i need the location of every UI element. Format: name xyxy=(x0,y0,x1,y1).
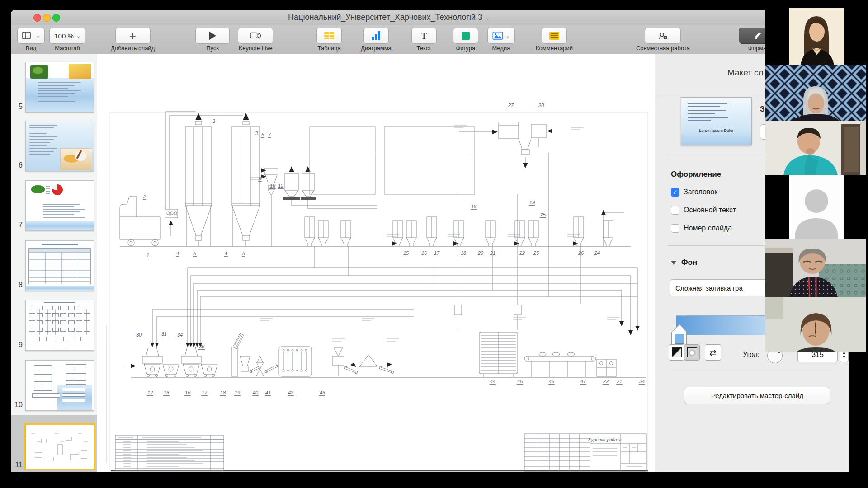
process-zone-2 xyxy=(384,127,475,194)
checkbox-unchecked[interactable] xyxy=(671,224,679,233)
slide-thumbnail-8[interactable] xyxy=(25,240,94,291)
slide-thumbnail-9[interactable] xyxy=(25,300,94,351)
scale-hopper xyxy=(332,348,344,376)
disclosure-triangle-icon[interactable] xyxy=(671,261,676,265)
webcam-participant-3[interactable] xyxy=(765,121,866,175)
slide-thumbnail-11[interactable] xyxy=(25,425,94,469)
toolbar-view[interactable]: ⌄ Вид xyxy=(17,25,45,54)
fermentation-tanks xyxy=(459,122,624,297)
slide-thumbnail-7[interactable] xyxy=(25,180,94,231)
toolbar-zoom[interactable]: 100 %⌄ Масштаб xyxy=(49,25,85,54)
edit-master-slide-button[interactable]: Редактировать мастер-слайд xyxy=(684,387,830,404)
receiving-panel xyxy=(165,209,178,236)
linear-gradient-button[interactable] xyxy=(669,344,684,361)
table-icon xyxy=(324,32,335,40)
title-block-title: Курсова робота xyxy=(588,437,622,442)
slide-number: 8 xyxy=(11,281,23,289)
play-icon xyxy=(209,32,216,40)
radial-gradient-button[interactable] xyxy=(684,344,700,361)
checkbox-label: Номер слайда xyxy=(684,224,732,232)
slide-navigator: 567891011 xyxy=(11,54,98,472)
webcam-participant-5[interactable] xyxy=(765,239,866,297)
toolbar-collaborate[interactable]: Совместная работа xyxy=(636,25,690,54)
webcam-participant-1[interactable] xyxy=(765,8,866,65)
text-icon: T xyxy=(421,30,427,42)
slide-number: 10 xyxy=(11,401,23,409)
chart-icon xyxy=(372,31,381,40)
gradient-color-handle[interactable] xyxy=(671,328,687,346)
flour-truck xyxy=(120,196,160,246)
intermediate-bins xyxy=(283,166,377,209)
slide-number: 6 xyxy=(11,161,23,169)
navigator-slide-row: 8 xyxy=(11,240,97,290)
cooling-conveyor xyxy=(524,352,596,377)
packing-machine xyxy=(597,359,616,376)
webcam-participant-2[interactable] xyxy=(765,65,866,121)
cone-divider xyxy=(344,355,394,374)
toolbar-shape[interactable]: Фигура xyxy=(453,25,478,54)
process-flow-diagram: Курсова робота xyxy=(97,54,655,472)
shape-icon xyxy=(462,32,470,40)
slide-number: 7 xyxy=(11,221,23,229)
checkbox-label: Заголовок xyxy=(684,188,717,196)
navigator-slide-row: 6 xyxy=(11,121,97,170)
navigator-slide-row: 5 xyxy=(11,62,97,112)
view-icon xyxy=(22,32,33,40)
reverse-gradient-button[interactable]: ⇄ xyxy=(705,344,721,361)
toolbar-add-slide[interactable]: + Добавить слайд xyxy=(111,25,155,54)
titlebar: Національний_Університет_Харчових_Технол… xyxy=(11,10,849,25)
toolbar-chart[interactable]: Диаграмма xyxy=(361,25,392,54)
webcam-participant-4[interactable] xyxy=(765,175,866,239)
keynote-window: Національний_Університет_Харчових_Технол… xyxy=(11,10,849,472)
video-call-strip xyxy=(765,8,866,352)
title-chevron-icon[interactable]: ⌄ xyxy=(485,14,491,21)
dough-station-2 xyxy=(181,347,201,363)
keynote-live-icon xyxy=(250,32,261,40)
toolbar-text[interactable]: T Текст xyxy=(411,25,437,54)
toolbar-keynote-live[interactable]: Keynote Live xyxy=(238,25,273,54)
linear-gradient-icon xyxy=(672,347,682,357)
toolbar-play[interactable]: Пуск xyxy=(195,25,230,54)
slide-thumbnail-10[interactable] xyxy=(25,360,94,411)
radial-gradient-icon xyxy=(687,347,697,357)
inspector-tab-title[interactable]: Макет сл xyxy=(727,68,764,78)
slide-number: 11 xyxy=(11,461,23,469)
document-title: Національний_Університет_Харчових_Технол… xyxy=(11,13,768,22)
navigator-slide-row: 7 xyxy=(11,180,97,230)
appearance-option-3: Номер слайда xyxy=(671,223,732,234)
media-icon xyxy=(492,32,503,40)
comment-icon xyxy=(549,32,559,40)
toolbar-media[interactable]: ⌄ Медиа xyxy=(487,25,515,54)
slide-thumbnail-6[interactable] xyxy=(25,121,94,171)
checkbox-label: Основной текст xyxy=(684,206,736,214)
collaborate-icon xyxy=(657,32,668,40)
checkbox-checked[interactable]: ✓ xyxy=(671,188,679,197)
navigator-slide-row: 11 xyxy=(11,425,97,470)
webcam-participant-6[interactable] xyxy=(765,297,866,352)
toolbar-comment[interactable]: Комментарий xyxy=(536,25,573,54)
slide-number: 5 xyxy=(11,103,23,111)
silo-1 xyxy=(185,113,212,246)
navigator-slide-row: 10 xyxy=(11,360,97,410)
dough-station-1 xyxy=(142,347,162,363)
dosing-valves xyxy=(454,194,521,330)
appearance-option-2: Основной текст xyxy=(671,205,736,216)
plus-icon: + xyxy=(129,31,136,40)
divider-column xyxy=(232,333,244,376)
format-brush-icon xyxy=(753,32,764,40)
sifter-unit xyxy=(261,168,278,246)
process-zone-1 xyxy=(310,127,375,194)
checkbox-unchecked[interactable] xyxy=(671,206,679,215)
appearance-section-title: Оформление xyxy=(671,170,721,179)
toolbar: ⌄ Вид 100 %⌄ Масштаб + Добавить слайд Пу… xyxy=(11,25,849,55)
slide-canvas[interactable]: Курсова робота 1233454567910122728191925… xyxy=(97,54,655,472)
background-section-title: Фон xyxy=(681,258,697,267)
slide-number: 9 xyxy=(11,341,23,349)
master-slide-preview[interactable]: Lorem Ipsum Dolor xyxy=(681,97,752,145)
appearance-option-1: ✓Заголовок xyxy=(671,187,717,197)
divider xyxy=(669,371,836,371)
avatar-placeholder-icon xyxy=(805,189,828,213)
angle-label: Угол: xyxy=(743,351,760,359)
toolbar-table[interactable]: Таблица xyxy=(316,25,342,54)
slide-thumbnail-5[interactable] xyxy=(25,62,94,113)
